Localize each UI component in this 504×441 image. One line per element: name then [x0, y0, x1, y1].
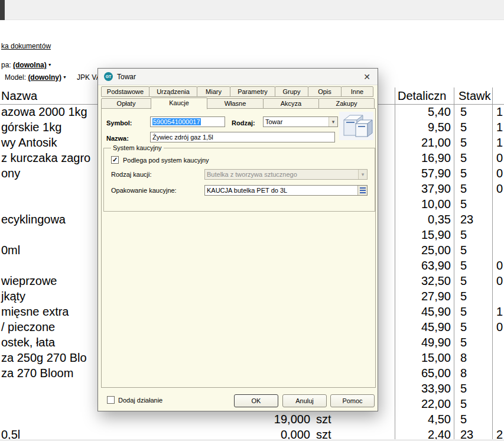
rodzaj-label: Rodzaj: [232, 119, 255, 127]
cell-extra: 1 [493, 119, 504, 135]
cell-rate: 5 [455, 381, 493, 396]
cell-extra [493, 350, 504, 365]
cell-retail: 27,90 [396, 288, 455, 304]
tab-strip-row1: Podstawowe Urządzenia Miary Parametry Gr… [101, 86, 373, 97]
header-retail[interactable]: Detaliczn [396, 87, 455, 104]
chevron-down-icon[interactable]: ▼ [63, 75, 67, 79]
filter-model-row: Model: (dowolny)▼ [5, 73, 67, 82]
filter-group-value[interactable]: (dowolna) [13, 61, 47, 69]
cell-rate: 5 [455, 166, 493, 181]
screen: ka dokumentów pa: (dowolna)▼ Model: (dow… [0, 0, 504, 441]
cancel-button[interactable]: Anuluj [282, 394, 327, 407]
cell-extra [493, 212, 504, 227]
add-action-label: Dodaj działanie [118, 397, 162, 404]
cell-rate: 5 [455, 258, 493, 273]
cell-retail: 15,00 [396, 350, 455, 365]
cell-rate: 5 [455, 304, 493, 319]
cell-retail: 49,90 [396, 335, 455, 350]
cell-retail: 37,90 [396, 181, 455, 196]
ok-button[interactable]: OK [234, 394, 278, 407]
tab-oplaty[interactable]: Opłaty [101, 98, 151, 109]
tab-zakupy[interactable]: Zakupy [318, 98, 375, 109]
tab-wlasne[interactable]: Własne [207, 98, 264, 109]
cell-rate: 5 [455, 273, 493, 288]
cell-rate: 5 [455, 288, 493, 304]
cell-rate: 5 [455, 319, 493, 335]
symbol-input[interactable]: 5900541000017 [150, 116, 225, 127]
packaging-value: KAUCJA butelka PET do 3L [207, 187, 357, 194]
cell-retail: 33,90 [396, 381, 455, 396]
cell-qty: 19,000 [269, 411, 310, 427]
deposit-type-row: Rodzaj kaucji: Butelka z tworzywa sztucz… [111, 169, 368, 180]
deposit-checkbox[interactable]: ✓ [111, 156, 119, 164]
cell-rate: 5 [455, 242, 493, 258]
cell-rate: 8 [455, 365, 493, 381]
towar-dialog: GT Towar ✕ Podstawowe Urządzenia Miary P… [97, 68, 378, 411]
filter-group-label: pa: [1, 61, 11, 69]
tab-akcyza[interactable]: Akcyza [263, 98, 319, 109]
cell-rate: 8 [455, 350, 493, 365]
cell-extra: 0 [493, 166, 504, 181]
cell-name [0, 411, 269, 427]
cell-extra [493, 196, 504, 212]
cell-extra: 0 [493, 181, 504, 196]
list-picker-button[interactable] [357, 186, 367, 195]
cell-rate: 5 [455, 119, 493, 135]
deposit-group-title: System kaucyjny [111, 144, 164, 151]
chevron-down-icon[interactable]: ▾ [329, 117, 337, 127]
symbol-selected-text: 5900541000017 [152, 118, 201, 125]
cell-unit: szt [310, 411, 337, 427]
add-action-checkbox[interactable] [107, 396, 115, 404]
close-icon[interactable]: ✕ [362, 72, 372, 82]
rodzaj-combobox[interactable]: Towar ▾ [263, 116, 338, 127]
documents-link[interactable]: ka dokumentów [1, 42, 51, 50]
tab-miary[interactable]: Miary [197, 86, 230, 97]
cell-retail: 16,90 [396, 150, 455, 166]
dialog-titlebar[interactable]: GT Towar ✕ [98, 69, 378, 85]
cell-retail: 45,90 [396, 304, 455, 319]
filter-model-value[interactable]: (dowolny) [28, 73, 61, 82]
cell-extra [493, 381, 504, 396]
tab-parametry[interactable]: Parametry [230, 86, 275, 97]
deposit-checkbox-label: Podlega pod system kaucyjny [123, 157, 209, 164]
nazwa-input[interactable]: Żywiec zdrój gaz 1,5l [150, 132, 335, 142]
cell-rate: 5 [455, 150, 493, 166]
cell-retail: 45,90 [396, 319, 455, 335]
filter-group-row: pa: (dowolna)▼ [1, 61, 52, 69]
packaging-label: Opakowanie kaucyjne: [111, 187, 204, 194]
tab-podstawowe[interactable]: Podstawowe [101, 86, 149, 97]
cell-retail: 5,40 [396, 104, 455, 119]
cell-gap [337, 411, 396, 427]
tab-grupy[interactable]: Grupy [275, 86, 308, 97]
chevron-down-icon: ▾ [358, 170, 367, 179]
cell-extra: 0 [493, 273, 504, 288]
packaging-row: Opakowanie kaucyjne: KAUCJA butelka PET … [111, 185, 368, 196]
packaging-input[interactable]: KAUCJA butelka PET do 3L [204, 185, 368, 196]
cell-extra [493, 411, 504, 427]
dialog-title: Towar [117, 73, 136, 81]
cell-extra [493, 227, 504, 242]
tab-kaucje[interactable]: Kaucje [151, 98, 207, 109]
cell-retail: 10,00 [396, 196, 455, 212]
cell-extra: 1 [493, 135, 504, 150]
help-button[interactable]: Pomoc [330, 394, 375, 407]
tab-urzadzenia[interactable]: Urządzenia [149, 86, 197, 97]
tab-opis[interactable]: Opis [308, 86, 342, 97]
cell-rate: 5 [455, 411, 493, 427]
cell-extra [493, 288, 504, 304]
deposit-checkbox-row: ✓ Podlega pod system kaucyjny [111, 156, 368, 164]
cell-rate: 5 [455, 181, 493, 196]
tab-inne[interactable]: Inne [341, 86, 373, 97]
chevron-down-icon[interactable]: ▼ [48, 63, 52, 67]
cell-retail: 15,90 [396, 227, 455, 242]
cell-extra: 1 [493, 104, 504, 119]
cell-retail: 57,90 [396, 166, 455, 181]
header-rate[interactable]: Stawk [455, 87, 493, 104]
cell-retail: 32,50 [396, 273, 455, 288]
cell-retail: 9,50 [396, 119, 455, 135]
table-row[interactable]: 19,000 szt 4,50 5 [0, 411, 504, 427]
cell-extra: 0 [493, 150, 504, 166]
cell-retail: 22,00 [396, 396, 455, 411]
cell-rate: 5 [455, 104, 493, 119]
app-icon: GT [104, 72, 113, 81]
